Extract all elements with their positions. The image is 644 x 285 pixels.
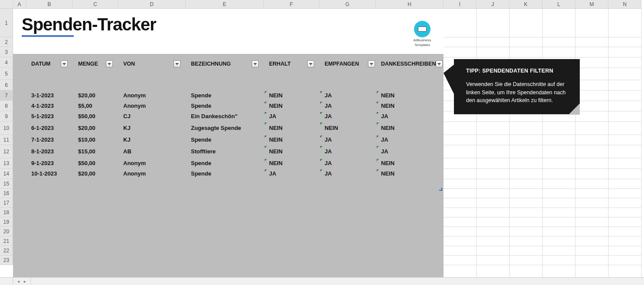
select-all-button[interactable] — [0, 0, 13, 8]
row-header-23[interactable]: 23 — [0, 255, 13, 265]
cell-menge[interactable]: $20,00 — [78, 125, 95, 131]
row-header-10[interactable]: 10 — [0, 122, 13, 135]
cell-bezeichnung[interactable]: Stofftiere — [191, 148, 216, 155]
tab-nav-next-icon[interactable]: ► — [23, 279, 27, 284]
cell-dank[interactable]: NEIN — [381, 160, 394, 166]
row-header-2[interactable]: 2 — [0, 37, 13, 47]
row-header-14[interactable]: 14 — [0, 169, 13, 179]
row-header-11[interactable]: 11 — [0, 135, 13, 145]
cell-empfangen[interactable]: JA — [325, 103, 332, 109]
cell-von[interactable]: Anonym — [123, 170, 146, 177]
cell-erhalt[interactable]: NEIN — [269, 148, 283, 155]
cell-von[interactable]: KJ — [123, 125, 131, 131]
cell-dank[interactable]: NEIN — [381, 125, 394, 131]
cell-datum[interactable]: 6-1-2023 — [31, 125, 54, 131]
cell-dank[interactable]: NEIN — [381, 92, 394, 99]
row-header-4[interactable]: 4 — [0, 57, 13, 68]
row-header-13[interactable]: 13 — [0, 158, 13, 169]
cell-empfangen[interactable]: JA — [325, 136, 332, 143]
row-header-15[interactable]: 15 — [0, 179, 13, 189]
cell-erhalt[interactable]: NEIN — [269, 136, 283, 143]
cell-empfangen[interactable]: JA — [325, 160, 332, 166]
column-header-F[interactable]: F — [264, 0, 319, 8]
header-menge-filter-button[interactable] — [106, 60, 113, 67]
cell-von[interactable]: Anonym — [123, 92, 146, 99]
column-header-K[interactable]: K — [509, 0, 542, 8]
column-header-E[interactable]: E — [186, 0, 264, 8]
cell-datum[interactable]: 7-1-2023 — [31, 136, 54, 143]
column-header-H[interactable]: H — [376, 0, 444, 8]
cell-dank[interactable]: JA — [381, 113, 388, 119]
cell-bezeichnung[interactable]: Spende — [191, 160, 211, 166]
cell-erhalt[interactable]: JA — [269, 113, 276, 119]
cell-von[interactable]: AB — [123, 148, 131, 155]
cell-empfangen[interactable]: JA — [325, 92, 332, 99]
cell-bezeichnung[interactable]: Ein Dankeschön" — [191, 113, 237, 119]
cell-dank[interactable]: NEIN — [381, 103, 394, 109]
cell-menge[interactable]: $20,00 — [78, 92, 95, 99]
cell-datum[interactable]: 3-1-2023 — [31, 92, 54, 99]
cell-menge[interactable]: $15,00 — [78, 148, 95, 155]
cell-datum[interactable]: 8-1-2023 — [31, 148, 54, 155]
column-header-M[interactable]: M — [575, 0, 608, 8]
cell-erhalt[interactable]: JA — [269, 170, 276, 177]
cell-erhalt[interactable]: NEIN — [269, 125, 283, 131]
cell-datum[interactable]: 4-1-2023 — [31, 103, 54, 109]
column-header-B[interactable]: B — [26, 0, 73, 8]
header-erhalt-filter-button[interactable] — [307, 60, 314, 67]
row-header-22[interactable]: 22 — [0, 246, 13, 255]
column-header-C[interactable]: C — [73, 0, 118, 8]
cell-menge[interactable]: $20,00 — [78, 170, 95, 177]
cell-bezeichnung[interactable]: Spende — [191, 92, 211, 99]
cell-von[interactable]: Anonym — [123, 103, 146, 109]
cell-datum[interactable]: 10-1-2023 — [31, 170, 57, 177]
cell-von[interactable]: CJ — [123, 113, 131, 119]
cell-menge[interactable]: $5,00 — [78, 103, 92, 109]
cell-bezeichnung[interactable]: Spende — [191, 103, 211, 109]
cell-empfangen[interactable]: JA — [325, 170, 332, 177]
row-header-21[interactable]: 21 — [0, 236, 13, 246]
cell-dank[interactable]: NEIN — [381, 170, 394, 177]
tab-nav-prev-icon[interactable]: ◄ — [16, 279, 20, 284]
cell-empfangen[interactable]: JA — [325, 148, 332, 155]
row-header-6[interactable]: 6 — [0, 80, 13, 90]
column-header-G[interactable]: G — [319, 0, 376, 8]
cell-dank[interactable]: JA — [381, 136, 388, 143]
header-empfangen-filter-button[interactable] — [368, 60, 375, 67]
column-header-I[interactable]: I — [444, 0, 476, 8]
cell-menge[interactable]: $50,00 — [78, 113, 95, 119]
header-bezeichnung-filter-button[interactable] — [252, 60, 259, 67]
row-header-12[interactable]: 12 — [0, 145, 13, 158]
header-von-filter-button[interactable] — [174, 60, 181, 67]
header-datum-filter-button[interactable] — [61, 60, 68, 67]
cell-datum[interactable]: 9-1-2023 — [31, 160, 54, 166]
row-header-9[interactable]: 9 — [0, 111, 13, 122]
cell-empfangen[interactable]: JA — [325, 113, 332, 119]
cell-erhalt[interactable]: NEIN — [269, 92, 283, 99]
row-header-1[interactable]: 1 — [0, 9, 13, 37]
cell-erhalt[interactable]: NEIN — [269, 103, 283, 109]
cell-menge[interactable]: $50,00 — [78, 160, 95, 166]
row-header-7[interactable]: 7 — [0, 90, 13, 101]
cell-erhalt[interactable]: NEIN — [269, 160, 283, 166]
row-header-3[interactable]: 3 — [0, 47, 13, 57]
grid-body[interactable]: Spenden-Tracker AllBusiness Templates DA… — [13, 9, 644, 277]
column-header-J[interactable]: J — [476, 0, 509, 8]
cell-von[interactable]: KJ — [123, 136, 131, 143]
cell-bezeichnung[interactable]: Spende — [191, 136, 211, 143]
cell-von[interactable]: Anonym — [123, 160, 146, 166]
column-header-L[interactable]: L — [542, 0, 575, 8]
cell-menge[interactable]: $10,00 — [78, 136, 95, 143]
cell-bezeichnung[interactable]: Spende — [191, 170, 211, 177]
cell-datum[interactable]: 5-1-2023 — [31, 113, 54, 119]
column-header-N[interactable]: N — [608, 0, 641, 8]
row-header-8[interactable]: 8 — [0, 101, 13, 111]
tab-nav-buttons[interactable]: ◄ ► — [13, 278, 31, 285]
cell-dank[interactable]: JA — [381, 148, 388, 155]
row-header-5[interactable]: 5 — [0, 68, 13, 80]
cell-empfangen[interactable]: NEIN — [325, 125, 338, 131]
row-header-20[interactable]: 20 — [0, 227, 13, 236]
column-header-D[interactable]: D — [118, 0, 186, 8]
cell-bezeichnung[interactable]: Zugesagte Spende — [191, 125, 241, 131]
row-header-16[interactable]: 16 — [0, 189, 13, 198]
